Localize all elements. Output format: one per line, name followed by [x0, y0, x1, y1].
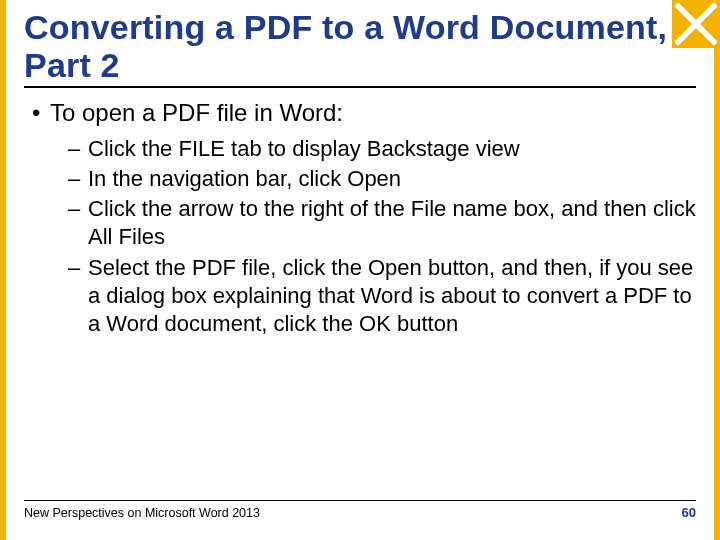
bullet-level2: –Click the FILE tab to display Backstage… [24, 135, 696, 163]
slide-title: Converting a PDF to a Word Document, Par… [24, 8, 696, 88]
subbullet-text: Click the FILE tab to display Backstage … [88, 136, 520, 161]
right-accent-stripe [714, 0, 720, 540]
bullet-level1: •To open a PDF file in Word: [24, 98, 696, 129]
bullet-dash-icon: – [68, 135, 88, 163]
slide-footer: New Perspectives on Microsoft Word 2013 … [24, 500, 696, 520]
slide-content: Converting a PDF to a Word Document, Par… [6, 0, 714, 540]
bullet-level2: –Select the PDF file, click the Open but… [24, 254, 696, 338]
bullet-dash-icon: – [68, 165, 88, 193]
slide-body: •To open a PDF file in Word: –Click the … [24, 98, 696, 338]
bullet-text: To open a PDF file in Word: [50, 99, 343, 126]
bullet-dot-icon: • [32, 98, 50, 129]
bullet-dash-icon: – [68, 195, 88, 223]
bullet-level2: –In the navigation bar, click Open [24, 165, 696, 193]
page-number: 60 [682, 505, 696, 520]
footer-text: New Perspectives on Microsoft Word 2013 [24, 506, 260, 520]
subbullet-text: In the navigation bar, click Open [88, 166, 401, 191]
subbullet-text: Select the PDF file, click the Open butt… [88, 255, 693, 336]
bullet-level2: –Click the arrow to the right of the Fil… [24, 195, 696, 251]
bullet-dash-icon: – [68, 254, 88, 282]
subbullet-text: Click the arrow to the right of the File… [88, 196, 696, 249]
